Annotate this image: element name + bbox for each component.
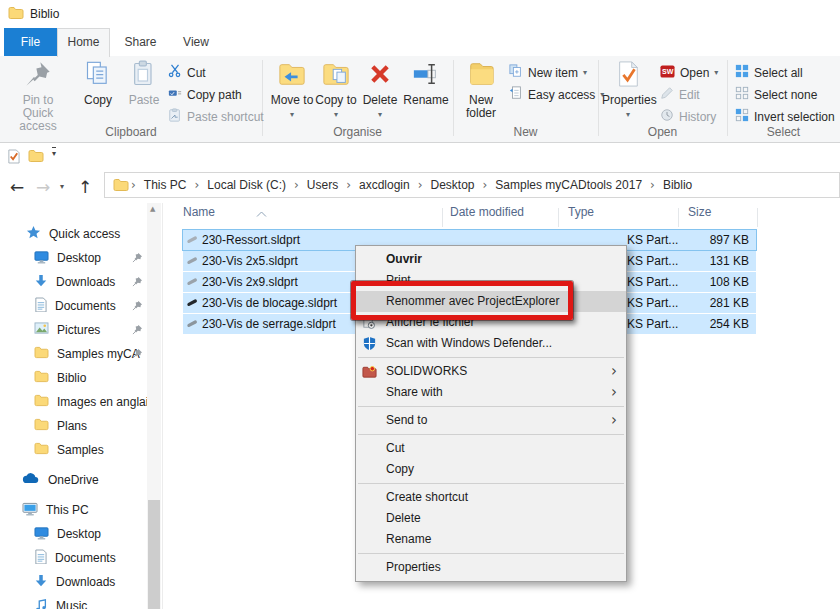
address-bar-row: ← → ▾ ↑ › This PC › Local Disk (C:) › Us… [0,170,840,203]
sidebar-item-samples[interactable]: Samples [0,438,147,462]
tab-file[interactable]: File [4,28,57,56]
scrollbar-thumb[interactable] [148,500,160,609]
menu-item-properties[interactable]: Properties [356,557,626,578]
breadcrumb-biblio[interactable]: Biblio [657,178,698,192]
copy-button[interactable]: Copy [76,60,120,107]
menu-item-solidworks[interactable]: SOLIDWORKS › [356,361,626,382]
select-none-button[interactable]: Select none [735,84,817,105]
sidebar-item-plans[interactable]: Plans [0,414,147,438]
sidebar-scrollbar[interactable]: ▲ [147,203,161,609]
downloads-icon [34,574,48,591]
submenu-arrow-icon: › [611,361,617,382]
address-bar[interactable]: › This PC › Local Disk (C:) › Users › ax… [104,172,840,198]
group-new: New folder New item▾ Easy access▾ New [453,56,598,142]
properties-icon [602,60,654,91]
breadcrumb-user[interactable]: axcdlogin [353,178,416,192]
pin-icon [132,324,143,338]
sidebar-item-quick-access[interactable]: Quick access [0,222,147,246]
menu-item-send-to[interactable]: Send to › [356,410,626,431]
move-to-icon [270,60,314,91]
sidebar-item-pc-desktop[interactable]: Desktop [0,522,147,546]
breadcrumb-chevron: › [648,178,657,192]
history-button[interactable]: History [660,106,716,127]
sidebar-item-documents[interactable]: Documents [0,294,147,318]
breadcrumb-samples[interactable]: Samples myCADtools 2017 [489,178,648,192]
pin-icon [132,276,143,290]
scrollbar-up-arrow[interactable]: ▲ [150,205,155,213]
group-label-open: Open [598,125,727,139]
sidebar-item-pc-documents[interactable]: Documents [0,546,147,570]
qat-customize-icon[interactable]: ▾ [52,147,56,158]
paste-shortcut-button[interactable]: Paste shortcut [168,106,264,127]
downloads-icon [34,274,48,291]
new-item-button[interactable]: New item▾ [509,62,587,83]
menu-item-cut[interactable]: Cut [356,438,626,459]
breadcrumb-desktop[interactable]: Desktop [424,178,480,192]
explorer-window: Biblio File Home Share View Pin to Quick… [0,0,840,609]
copy-path-button[interactable]: Copy path [168,84,242,105]
tab-share[interactable]: Share [113,28,168,56]
sidebar-item-samples-mycad[interactable]: Samples myCA [0,342,147,366]
menu-item-create-shortcut[interactable]: Create shortcut [356,487,626,508]
edit-button[interactable]: Edit [660,84,700,105]
submenu-arrow-icon: › [611,410,617,431]
select-none-icon [735,86,749,103]
spring-part-icon [186,234,199,249]
column-header-size[interactable]: Size [688,205,711,219]
invert-selection-button[interactable]: Invert selection [735,106,835,127]
sidebar-item-biblio[interactable]: Biblio [0,366,147,390]
sidebar-item-pictures[interactable]: Pictures [0,318,147,342]
back-button[interactable]: ← [10,170,24,203]
move-to-button[interactable]: Move to ▾ [270,60,314,121]
sidebar-item-music[interactable]: Music [0,594,147,609]
pin-to-quick-access-button[interactable]: Pin to Quick access [6,60,70,133]
cut-button[interactable]: Cut [168,62,206,83]
menu-item-ouvrir[interactable]: Ouvrir [356,249,626,270]
column-header-date-modified[interactable]: Date modified [450,205,524,219]
easy-access-button[interactable]: Easy access▾ [509,84,604,105]
breadcrumb-this-pc[interactable]: This PC [138,178,193,192]
rename-button[interactable]: Rename [402,60,450,107]
column-header-type[interactable]: Type [568,205,594,219]
desktop-icon [34,250,49,267]
copy-to-button[interactable]: Copy to ▾ [314,60,358,121]
qat-properties-icon[interactable] [7,149,20,167]
breadcrumb-users[interactable]: Users [301,178,344,192]
history-icon [660,108,674,125]
sidebar-item-images-en-anglais[interactable]: Images en anglais [0,390,147,414]
menu-item-rename[interactable]: Rename [356,529,626,550]
menu-item-scan-defender[interactable]: Scan with Windows Defender... [356,333,626,354]
forward-button[interactable]: → [36,170,50,203]
sidebar-item-desktop[interactable]: Desktop [0,246,147,270]
open-button[interactable]: SW Open▾ [660,62,718,83]
column-header-name[interactable]: Name [183,205,215,219]
screw-part-icon [186,318,199,333]
menu-item-copy[interactable]: Copy [356,459,626,480]
documents-icon [34,549,47,567]
tab-home[interactable]: Home [57,28,110,57]
group-label-clipboard: Clipboard [0,125,262,139]
navigation-pane: Quick access Desktop Downloads Documents… [0,203,147,609]
new-folder-button[interactable]: New folder [459,60,503,120]
edit-icon [660,86,674,103]
menu-item-delete[interactable]: Delete [356,508,626,529]
sidebar-item-pc-downloads[interactable]: Downloads [0,570,147,594]
select-all-button[interactable]: Select all [735,62,803,83]
breadcrumb-local-disk[interactable]: Local Disk (C:) [201,178,292,192]
delete-button[interactable]: Delete▾ [358,60,402,121]
menu-item-share-with[interactable]: Share with › [356,382,626,403]
up-button[interactable]: ↑ [78,170,92,203]
tab-view[interactable]: View [170,28,222,56]
properties-button[interactable]: Properties▾ [602,60,654,121]
qat-folder-icon[interactable] [28,149,44,166]
sidebar-item-onedrive[interactable]: OneDrive [0,468,147,492]
paste-button[interactable]: Paste [122,60,166,107]
svg-text:SW: SW [662,68,674,75]
sidebar-item-downloads[interactable]: Downloads [0,270,147,294]
sort-ascending-icon [256,206,267,220]
sidebar-item-this-pc[interactable]: This PC [0,498,147,522]
recent-locations-icon[interactable]: ▾ [60,170,64,203]
group-label-new: New [453,125,598,139]
ribbon-tab-bar: File Home Share View [0,28,840,56]
folder-icon [34,346,49,362]
